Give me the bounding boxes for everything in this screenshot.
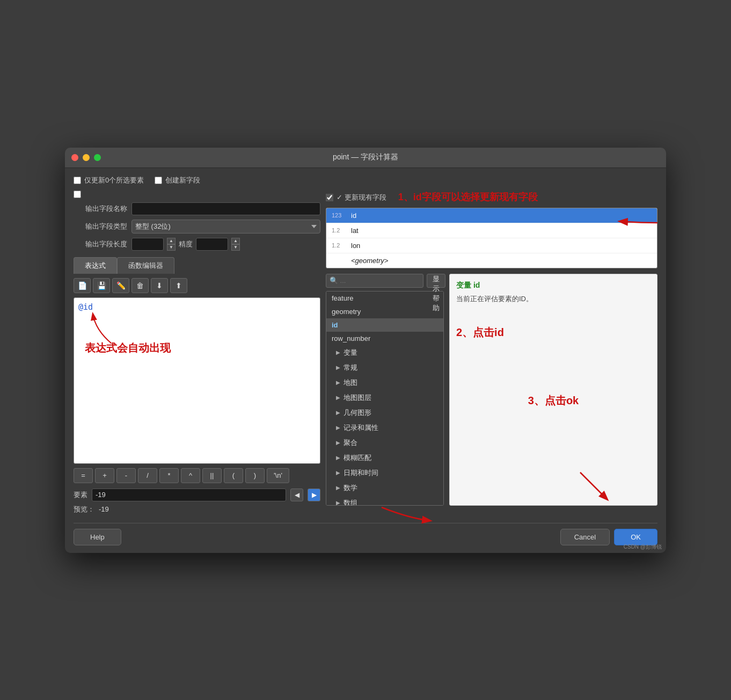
tab-function-editor[interactable]: 函数编辑器 xyxy=(117,257,174,274)
output-type-select[interactable]: 整型 (32位) xyxy=(131,220,320,234)
field-type-lat: 1.2 xyxy=(332,227,347,234)
create-field-checkbox[interactable] xyxy=(155,177,162,184)
op-minus[interactable]: - xyxy=(116,468,136,483)
feature-next-btn[interactable]: ▶ xyxy=(308,488,320,501)
top-options: 仅更新0个所选要素 创建新字段 xyxy=(74,176,657,185)
func-group-geometry[interactable]: ▶ 几何图形 xyxy=(326,405,443,420)
op-div[interactable]: / xyxy=(138,468,157,483)
new-file-btn[interactable]: 📄 xyxy=(74,278,91,293)
precision-spin-down[interactable]: ▼ xyxy=(231,244,240,251)
field-item-id[interactable]: 123 id xyxy=(326,208,657,223)
window-title: point — 字段计算器 xyxy=(333,152,398,162)
field-item-geometry[interactable]: <geometry> xyxy=(326,253,657,268)
func-group-fuzzy[interactable]: ▶ 模糊匹配 xyxy=(326,450,443,465)
update-existing-checkbox[interactable] xyxy=(326,194,333,201)
op-eq[interactable]: = xyxy=(74,468,93,483)
ok-arrow-svg xyxy=(569,467,623,510)
op-mul[interactable]: * xyxy=(159,468,179,483)
create-field-row[interactable]: 创建新字段 xyxy=(155,176,200,185)
field-item-lat[interactable]: 1.2 lat xyxy=(326,223,657,238)
func-row-number[interactable]: row_number xyxy=(326,332,443,345)
feature-label: 要素 xyxy=(74,490,87,500)
func-group-general-label: 常规 xyxy=(343,363,357,373)
output-name-input[interactable] xyxy=(131,202,320,215)
edit-btn[interactable]: ✏️ xyxy=(112,278,129,293)
operator-row: = + - / * ^ || ( ) '\n' xyxy=(74,468,320,483)
op-newline[interactable]: '\n' xyxy=(267,468,289,483)
func-arrow-fuzzy: ▶ xyxy=(336,455,340,461)
length-spin-down[interactable]: ▼ xyxy=(167,244,176,251)
func-group-maplayer-label: 地图图层 xyxy=(343,393,371,403)
op-lparen[interactable]: ( xyxy=(224,468,243,483)
op-caret[interactable]: ^ xyxy=(181,468,200,483)
virtual-field-row xyxy=(74,191,320,198)
func-arrow-var: ▶ xyxy=(336,349,340,355)
cancel-button[interactable]: Cancel xyxy=(560,529,610,545)
minimize-button[interactable] xyxy=(83,154,90,161)
field-length-input[interactable]: 10 xyxy=(131,238,164,251)
func-arrow-geometry: ▶ xyxy=(336,410,340,415)
func-geometry[interactable]: geometry xyxy=(326,305,443,318)
func-group-math[interactable]: ▶ 数学 xyxy=(326,480,443,495)
func-group-array-label: 数组 xyxy=(343,498,357,506)
output-type-label: 输出字段类型 xyxy=(74,222,127,231)
func-arrow-array: ▶ xyxy=(336,500,340,506)
func-row-number-label: row_number xyxy=(332,334,370,342)
field-type-lon: 1.2 xyxy=(332,242,347,249)
update-selected-checkbox[interactable] xyxy=(74,177,81,184)
delete-btn[interactable]: 🗑 xyxy=(131,278,149,293)
titlebar: point — 字段计算器 xyxy=(65,148,666,168)
func-group-array[interactable]: ▶ 数组 xyxy=(326,495,443,506)
func-group-map[interactable]: ▶ 地图 xyxy=(326,375,443,390)
func-group-maplayer[interactable]: ▶ 地图图层 xyxy=(326,390,443,405)
virtual-field-checkbox[interactable] xyxy=(74,191,81,198)
field-name-lon: lon xyxy=(351,242,360,250)
help-button[interactable]: Help xyxy=(74,529,121,545)
show-help-btn[interactable]: 显示帮助 xyxy=(427,274,445,288)
op-plus[interactable]: + xyxy=(95,468,114,483)
search-input[interactable] xyxy=(326,274,423,288)
update-selected-label: 仅更新0个所选要素 xyxy=(84,176,144,185)
length-spin-up[interactable]: ▲ xyxy=(167,238,176,244)
feature-prev-btn[interactable]: ◀ xyxy=(290,488,303,501)
func-id[interactable]: id xyxy=(326,318,443,332)
func-feature[interactable]: feature xyxy=(326,291,443,305)
upload-btn[interactable]: ⬆ xyxy=(170,278,187,293)
preview-label: 预览： xyxy=(74,505,94,514)
update-selected-row[interactable]: 仅更新0个所选要素 xyxy=(74,176,144,185)
func-group-general[interactable]: ▶ 常规 xyxy=(326,360,443,375)
main-layout: 输出字段名称 输出字段类型 整型 (32位) 输出字段长度 10 ▲ ▼ xyxy=(74,191,657,514)
update-existing-label: ✓ 更新现有字段 xyxy=(337,193,386,202)
close-button[interactable] xyxy=(71,154,78,161)
op-rparen[interactable]: ) xyxy=(245,468,265,483)
precision-input[interactable]: 3 xyxy=(196,238,228,251)
help-title: 变量 id xyxy=(456,281,650,290)
update-existing-section: ✓ 更新现有字段 1、id字段可以选择更新现有字段 xyxy=(326,191,657,203)
func-id-label: id xyxy=(332,321,338,329)
virtual-field-checkbox-row[interactable] xyxy=(74,191,84,198)
func-group-datetime[interactable]: ▶ 日期和时间 xyxy=(326,465,443,480)
func-group-record-label: 记录和属性 xyxy=(343,423,378,433)
func-group-math-label: 数学 xyxy=(343,483,357,493)
precision-spin-up[interactable]: ▲ xyxy=(231,238,240,244)
func-group-record[interactable]: ▶ 记录和属性 xyxy=(326,420,443,435)
help-title-prefix: 变量 xyxy=(456,281,473,289)
maximize-button[interactable] xyxy=(94,154,101,161)
tab-expression[interactable]: 表达式 xyxy=(74,257,117,274)
update-existing-row[interactable]: ✓ 更新现有字段 xyxy=(326,191,386,202)
func-group-var[interactable]: ▶ 变量 xyxy=(326,345,443,360)
feature-row: 要素 -19 ◀ ▶ xyxy=(74,488,320,501)
expression-toolbar: 📄 💾 ✏️ 🗑 ⬇ ⬆ xyxy=(74,278,320,293)
feature-select[interactable]: -19 xyxy=(92,488,286,501)
save-btn[interactable]: 💾 xyxy=(93,278,110,293)
annotation1-container: 1、id字段可以选择更新现有字段 xyxy=(398,191,538,203)
output-length-row: 输出字段长度 10 ▲ ▼ 精度 3 ▲ ▼ xyxy=(74,238,320,251)
func-group-agg[interactable]: ▶ 聚合 xyxy=(326,435,443,450)
field-item-lon[interactable]: 1.2 lon xyxy=(326,238,657,253)
func-arrow-map: ▶ xyxy=(336,380,340,385)
annotation3-text: 3、点击ok xyxy=(528,395,579,406)
download-btn[interactable]: ⬇ xyxy=(151,278,168,293)
op-pipe[interactable]: || xyxy=(202,468,222,483)
expression-editor[interactable]: @id 表达式会自动出现 xyxy=(74,297,320,464)
expr-annotation: 表达式会自动出现 xyxy=(85,341,171,355)
